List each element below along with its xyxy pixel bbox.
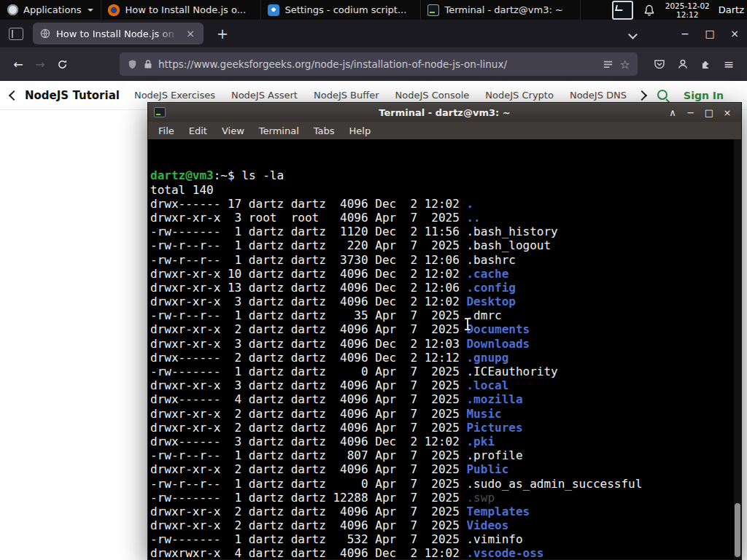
terminal-scrollbar-thumb[interactable]: [735, 503, 740, 557]
site-nav-link[interactable]: NodeJS Exercises: [134, 90, 215, 101]
pocket-icon[interactable]: [654, 58, 665, 70]
listing-name: .gnupg: [466, 351, 508, 365]
window-maximize-button[interactable]: □: [697, 23, 722, 44]
listing-meta: -rw-r--r-- 1 dartz dartz 3730 Dec 2 12:0…: [150, 253, 466, 267]
top-panel: Applications How to Install Node.js o...…: [0, 0, 747, 20]
url-text: https://www.geeksforgeeks.org/node-js/in…: [158, 58, 597, 70]
taskbar-button-label: How to Install Node.js o...: [125, 4, 246, 15]
lock-icon[interactable]: [144, 59, 152, 69]
terminal-menu-file[interactable]: File: [151, 125, 182, 136]
bookmark-star-icon[interactable]: ☆: [619, 58, 630, 71]
listing-meta: drwxr-xr-x 3 dartz dartz 4096 Dec 2 12:0…: [150, 337, 466, 351]
new-tab-button[interactable]: +: [212, 26, 233, 42]
browser-tab[interactable]: How to Install Node.js on ×: [33, 23, 204, 44]
listing-name: .profile: [466, 448, 522, 462]
notification-bell-icon[interactable]: [643, 4, 655, 16]
url-bar[interactable]: https://www.geeksforgeeks.org/node-js/in…: [120, 52, 638, 76]
terminal-listing-line: drwxr-xr-x 3 dartz dartz 4096 Dec 2 12:0…: [150, 295, 741, 308]
taskbar-window-buttons: How to Install Node.js o...Settings - co…: [101, 0, 581, 20]
site-nav-link[interactable]: NodeJS Assert: [231, 90, 298, 101]
listing-name: .viminfo: [466, 532, 522, 546]
terminal-shade-button[interactable]: ∧: [665, 107, 681, 118]
listing-meta: drwxr-xr-x 3 root root 4096 Apr 7 2025: [150, 211, 466, 225]
prompt-suffix: :~$: [214, 168, 235, 182]
listing-meta: -rw------- 1 dartz dartz 1120 Dec 2 11:5…: [150, 225, 466, 238]
site-nav-link[interactable]: NodeJS Crypto: [485, 90, 554, 101]
extensions-puzzle-icon[interactable]: [700, 58, 712, 70]
account-icon[interactable]: [677, 58, 689, 70]
applications-menu-button[interactable]: Applications: [0, 0, 101, 20]
listing-name: .bash_logout: [466, 238, 551, 252]
listing-name: .sudo_as_admin_successful: [466, 477, 642, 491]
tab-close-icon[interactable]: ×: [185, 28, 196, 39]
site-nav-link[interactable]: NodeJS DNS: [570, 90, 627, 101]
terminal-listing-line: drwxr-xr-x 3 root root 4096 Apr 7 2025 .…: [150, 211, 741, 225]
terminal-menu-edit[interactable]: Edit: [182, 125, 214, 136]
terminal-scrollbar[interactable]: [734, 139, 741, 559]
terminal-listing-line: drwx------ 3 dartz dartz 4096 Dec 2 12:0…: [150, 435, 741, 448]
listing-name: Documents: [466, 322, 530, 336]
terminal-menu-help[interactable]: Help: [342, 125, 379, 136]
terminal-menu-terminal[interactable]: Terminal: [252, 125, 306, 136]
nav-scroll-right-icon[interactable]: [637, 90, 647, 100]
listing-meta: drwx------ 2 dartz dartz 4096 Dec 2 12:1…: [150, 351, 466, 365]
site-nav-link[interactable]: NodeJS Console: [395, 90, 470, 101]
back-button[interactable]: ←: [7, 53, 29, 75]
listing-meta: drwx------ 4 dartz dartz 4096 Apr 7 2025: [150, 392, 466, 406]
applications-menu-icon: [7, 4, 18, 15]
browser-tab-bar: How to Install Node.js on × + − □ ×: [0, 20, 747, 48]
terminal-listing-line: drwxr-xr-x 2 dartz dartz 4096 Apr 7 2025…: [150, 407, 741, 421]
terminal-menu-tabs[interactable]: Tabs: [306, 125, 342, 136]
site-nav-links: NodeJS ExercisesNodeJS AssertNodeJS Buff…: [134, 90, 638, 101]
listing-meta: -rw-r--r-- 1 dartz dartz 807 Apr 7 2025: [150, 448, 466, 462]
chevron-down-icon: [628, 30, 638, 39]
nav-scroll-left-icon[interactable]: [9, 90, 19, 100]
shield-icon[interactable]: [127, 59, 138, 70]
firefox-view-icon[interactable]: [9, 28, 23, 40]
panel-clock[interactable]: 2025-12-02 12:12: [665, 1, 710, 19]
terminal-listing-line: drwxr-xr-x 2 dartz dartz 4096 Apr 7 2025…: [150, 518, 741, 532]
window-minimize-button[interactable]: −: [673, 23, 697, 44]
terminal-listing-line: -rw------- 1 dartz dartz 12288 Apr 7 202…: [150, 491, 741, 505]
listing-meta: -rw------- 1 dartz dartz 0 Apr 7 2025: [150, 365, 466, 378]
terminal-title: Terminal - dartz@vm3: ~: [148, 107, 741, 118]
terminal-close-button[interactable]: ×: [719, 107, 735, 118]
listing-name: .config: [466, 281, 515, 295]
terminal-listing-line: -rw------- 1 dartz dartz 532 Apr 7 2025 …: [150, 532, 741, 546]
search-icon[interactable]: [656, 88, 670, 103]
terminal-icon: [427, 4, 439, 16]
terminal-maximize-button[interactable]: □: [701, 107, 717, 118]
taskbar-button-terminal[interactable]: Terminal - dartz@vm3: ~: [420, 0, 581, 20]
terminal-listing-line: drwxr-xr-x 3 dartz dartz 4096 Apr 7 2025…: [150, 378, 741, 392]
site-nav-title[interactable]: NodeJS Tutorial: [25, 89, 120, 102]
listing-name: Pictures: [466, 421, 522, 435]
window-close-button[interactable]: ×: [722, 23, 747, 44]
taskbar-button-settings[interactable]: Settings - codium script...: [260, 0, 420, 20]
listing-meta: -rw-r--r-- 1 dartz dartz 220 Apr 7 2025: [150, 238, 466, 252]
taskbar-button-firefox[interactable]: How to Install Node.js o...: [101, 0, 260, 20]
listing-name: .vscode-oss: [466, 546, 543, 559]
sign-in-button[interactable]: Sign In: [684, 90, 724, 101]
tray-terminal-icon[interactable]: [612, 1, 633, 20]
applications-menu-label: Applications: [23, 4, 81, 15]
terminal-app-icon: [154, 107, 166, 117]
site-nav-link[interactable]: NodeJS Buffer: [314, 90, 379, 101]
terminal-menu-view[interactable]: View: [214, 125, 252, 136]
terminal-content[interactable]: dartz@vm3:~$ ls -latotal 140drwx------ 1…: [148, 139, 741, 559]
listing-meta: drwxr-xr-x 2 dartz dartz 4096 Apr 7 2025: [150, 518, 466, 532]
reload-button[interactable]: [51, 53, 73, 75]
reader-view-icon[interactable]: [603, 59, 614, 70]
toolbar-right-icons: ≡: [654, 57, 734, 71]
panel-user-label[interactable]: Dartz: [719, 4, 744, 15]
terminal-listing-line: -rw------- 1 dartz dartz 1120 Dec 2 11:5…: [150, 225, 741, 238]
list-all-tabs-button[interactable]: [625, 23, 640, 45]
forward-button[interactable]: →: [29, 53, 51, 75]
terminal-listing-line: drwx------ 4 dartz dartz 4096 Apr 7 2025…: [150, 392, 741, 406]
terminal-minimize-button[interactable]: −: [683, 107, 699, 118]
terminal-listing-line: -rw-r--r-- 1 dartz dartz 0 Apr 7 2025 .s…: [150, 477, 741, 491]
listing-name: .: [466, 197, 473, 211]
terminal-titlebar[interactable]: Terminal - dartz@vm3: ~ ∧ − □ ×: [148, 103, 741, 122]
terminal-listing-line: drwxr-xr-x 2 dartz dartz 4096 Apr 7 2025…: [150, 462, 741, 476]
terminal-window-controls: ∧ − □ ×: [665, 107, 735, 118]
menu-hamburger-icon[interactable]: ≡: [724, 57, 734, 71]
